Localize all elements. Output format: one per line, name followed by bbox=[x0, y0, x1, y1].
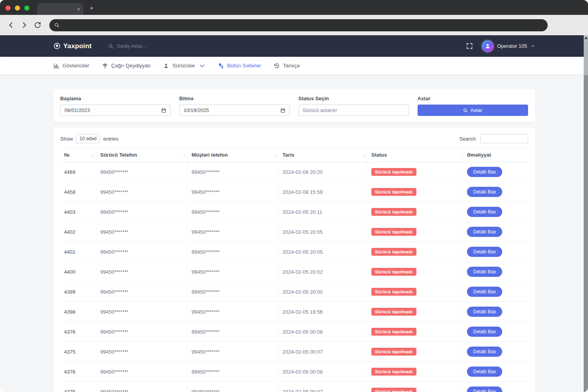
filter-search: Axtar Axtar bbox=[418, 96, 528, 116]
nav-item-2[interactable]: Çağrı Qeydiyyatı bbox=[102, 63, 151, 69]
tab-close-icon[interactable]: × bbox=[77, 7, 80, 12]
trips-icon bbox=[218, 63, 224, 69]
cell-action: Detallı Bax bbox=[463, 202, 529, 222]
status-badge: Sürücü tapılmadı bbox=[371, 328, 416, 336]
cell-customer-phone: 99450******* bbox=[188, 242, 279, 262]
cell-action: Detallı Bax bbox=[463, 242, 529, 262]
detail-view-button[interactable]: Detallı Bax bbox=[467, 347, 502, 357]
cell-customer-phone: 99450******* bbox=[188, 162, 279, 182]
nav-item-label: Göstəricilər bbox=[63, 63, 89, 69]
driver-icon bbox=[163, 63, 169, 69]
scrollbar-up-arrow[interactable] bbox=[584, 35, 588, 41]
cell-status: Sürücü tapılmadı bbox=[367, 262, 463, 282]
detail-view-button[interactable]: Detallı Bax bbox=[467, 327, 502, 337]
reload-icon[interactable] bbox=[34, 21, 42, 29]
cell-date: 2024-02-08 15:59 bbox=[279, 182, 367, 202]
detail-view-button[interactable]: Detallı Bax bbox=[467, 307, 502, 317]
cell-date: 2024-02-05 00:07 bbox=[279, 342, 367, 362]
detail-view-button[interactable]: Detallı Bax bbox=[467, 287, 502, 297]
table-search-input[interactable] bbox=[480, 134, 528, 143]
cell-status: Sürücü tapılmadı bbox=[367, 182, 463, 202]
column-header-1[interactable]: №↑↓ bbox=[60, 148, 96, 162]
nav-item-1[interactable]: Göstəricilər bbox=[53, 63, 89, 69]
table-row: 445899450*******99450*******2024-02-08 1… bbox=[60, 182, 529, 202]
detail-view-button[interactable]: Detallı Bax bbox=[467, 167, 502, 177]
calendar-icon[interactable] bbox=[280, 108, 286, 113]
new-tab-button[interactable]: + bbox=[88, 4, 95, 12]
trip-search[interactable]: Gediş Axtar... bbox=[108, 43, 146, 49]
filter-end: Bitmə 10/19/2025 bbox=[179, 96, 290, 116]
cell-driver-phone: 99450******* bbox=[96, 182, 188, 202]
fullscreen-icon[interactable] bbox=[466, 42, 473, 50]
table-row: 437699450*******99450*******2024-02-05 0… bbox=[60, 322, 529, 342]
cell-customer-phone: 99450******* bbox=[188, 182, 279, 202]
column-header-2[interactable]: Sürücü Telefon↑↓ bbox=[96, 148, 188, 162]
cell-driver-phone: 99450******* bbox=[96, 262, 188, 282]
detail-view-button[interactable]: Detallı Bax bbox=[467, 387, 502, 392]
detail-view-button[interactable]: Detallı Bax bbox=[467, 207, 502, 217]
back-icon[interactable] bbox=[7, 21, 15, 29]
status-badge: Sürücü tapılmadı bbox=[371, 208, 416, 216]
detail-view-button[interactable]: Detallı Bax bbox=[467, 187, 502, 197]
column-header-4[interactable]: Tarix↑↓ bbox=[279, 148, 367, 162]
cell-no: 4401 bbox=[60, 242, 96, 262]
search-icon bbox=[463, 108, 468, 113]
cell-date: 2024-02-05 20:05 bbox=[279, 242, 367, 262]
chevron-down-icon bbox=[531, 44, 535, 48]
cell-driver-phone: 99450******* bbox=[96, 222, 188, 242]
cell-status: Sürücü tapılmadı bbox=[367, 202, 463, 222]
search-button[interactable]: Axtar bbox=[418, 105, 528, 116]
cell-no: 4375 bbox=[60, 382, 96, 392]
detail-view-button[interactable]: Detallı Bax bbox=[467, 267, 502, 277]
cell-date: 2024-02-05 20:11 bbox=[279, 202, 367, 222]
cell-status: Sürücü tapılmadı bbox=[367, 322, 463, 342]
nav-item-5[interactable]: Tarixçə bbox=[273, 63, 300, 69]
app-logo[interactable]: Yaxpoint bbox=[53, 42, 92, 50]
window-controls bbox=[5, 5, 29, 11]
cell-driver-phone: 99450******* bbox=[96, 382, 188, 392]
app-header: Yaxpoint Gediş Axtar... Operator 105 bbox=[0, 35, 588, 57]
entries-label: entries bbox=[103, 136, 118, 142]
sort-icon[interactable]: ↑↓ bbox=[91, 153, 94, 157]
main-nav: GöstəricilərÇağrı QeydiyyatıSürücülərBüt… bbox=[0, 57, 588, 74]
browser-toolbar bbox=[0, 15, 588, 35]
status-badge: Sürücü tapılmadı bbox=[371, 388, 416, 392]
forward-icon[interactable] bbox=[20, 21, 28, 29]
page-scrollbar[interactable] bbox=[584, 35, 588, 392]
browser-tabstrip: × + bbox=[0, 0, 588, 15]
status-select[interactable]: Sürücü axtarılır bbox=[299, 105, 409, 116]
user-menu[interactable]: Operator 105 bbox=[482, 40, 535, 52]
nav-item-3[interactable]: Sürücülər bbox=[163, 63, 205, 69]
status-badge: Sürücü tapılmadı bbox=[371, 168, 416, 176]
detail-view-button[interactable]: Detallı Bax bbox=[467, 227, 502, 237]
cell-no: 4399 bbox=[60, 282, 96, 302]
column-header-3[interactable]: Müştəri telefon↑↓ bbox=[188, 148, 279, 162]
cell-action: Detallı Bax bbox=[463, 262, 529, 282]
browser-tab[interactable]: × bbox=[37, 3, 83, 15]
detail-view-button[interactable]: Detallı Bax bbox=[467, 367, 502, 377]
page-size-select[interactable]: 10 ədəd bbox=[76, 134, 100, 143]
start-date-label: Başlama bbox=[60, 96, 171, 101]
status-badge: Sürücü tapılmadı bbox=[371, 228, 416, 236]
logo-icon bbox=[53, 42, 61, 50]
close-window-button[interactable] bbox=[5, 5, 11, 11]
scrollbar-thumb[interactable] bbox=[584, 41, 588, 75]
start-date-input[interactable]: 08/01/2023 bbox=[60, 105, 171, 116]
status-badge: Sürücü tapılmadı bbox=[371, 308, 416, 316]
table-row: 440099450*******99450*******2024-02-05 2… bbox=[60, 262, 529, 282]
sort-icon[interactable]: ↑↓ bbox=[183, 153, 185, 157]
sort-icon[interactable]: ↑↓ bbox=[273, 153, 276, 157]
sort-icon[interactable]: ↑↓ bbox=[362, 153, 365, 157]
cell-status: Sürücü tapılmadı bbox=[367, 302, 463, 322]
nav-item-4[interactable]: Bütün Səfərlər bbox=[218, 63, 261, 69]
address-bar[interactable] bbox=[49, 19, 548, 31]
maximize-window-button[interactable] bbox=[24, 5, 29, 11]
trips-table-panel: Show 10 ədəd entries Search: bbox=[53, 128, 535, 392]
search-icon bbox=[108, 43, 114, 49]
calendar-icon[interactable] bbox=[161, 108, 166, 113]
cell-date: 2024-02-05 19:56 bbox=[279, 302, 367, 322]
minimize-window-button[interactable] bbox=[15, 5, 20, 11]
end-date-input[interactable]: 10/19/2025 bbox=[179, 105, 290, 116]
detail-view-button[interactable]: Detallı Bax bbox=[467, 247, 502, 257]
cell-no: 4402 bbox=[60, 222, 96, 242]
